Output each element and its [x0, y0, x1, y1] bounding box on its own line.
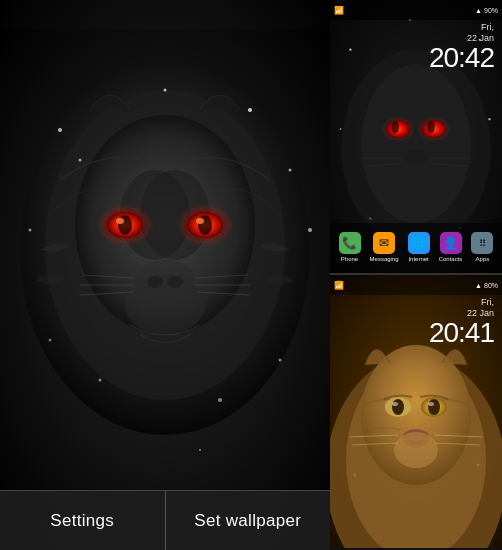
dock-contacts[interactable]: 👤 Contacts — [439, 232, 463, 262]
svg-point-32 — [164, 89, 167, 92]
svg-point-44 — [418, 117, 450, 141]
app-container: Settings Set wallpaper — [0, 0, 502, 550]
svg-point-28 — [29, 229, 32, 232]
dock-apps-icon: ⠿ — [471, 232, 493, 254]
status-bar-top: 📶 ▲ 90% — [330, 0, 502, 20]
settings-button[interactable]: Settings — [0, 491, 166, 550]
dock-contacts-icon: 👤 — [440, 232, 462, 254]
svg-point-52 — [340, 128, 342, 130]
set-wallpaper-button[interactable]: Set wallpaper — [166, 491, 331, 550]
clock-time-bottom: 20:41 — [429, 319, 494, 347]
svg-point-23 — [196, 218, 204, 224]
svg-point-68 — [394, 432, 438, 468]
svg-point-22 — [116, 218, 124, 224]
dock-phone-icon: 📞 — [339, 232, 361, 254]
svg-point-31 — [218, 398, 222, 402]
svg-point-34 — [49, 339, 52, 342]
clock-bottom: Fri, 22 Jan 20:41 — [429, 297, 494, 347]
svg-point-24 — [58, 128, 62, 132]
svg-point-43 — [382, 117, 414, 141]
wifi-icon: ▲ — [475, 7, 482, 14]
svg-point-74 — [477, 464, 480, 467]
status-icons-bottom-right: ▲ 80% — [475, 282, 498, 289]
svg-point-65 — [428, 399, 440, 415]
svg-point-35 — [279, 359, 282, 362]
battery-text-top: 90% — [484, 7, 498, 14]
svg-point-66 — [392, 402, 398, 406]
svg-point-33 — [199, 449, 201, 451]
status-bar-bottom: 📶 ▲ 80% — [330, 275, 502, 295]
svg-point-45 — [404, 149, 428, 165]
dock-msg[interactable]: ✉ Messaging — [370, 232, 399, 262]
svg-point-38 — [361, 65, 470, 224]
preview-top-panel: 📶 ▲ 90% Fri, 22 Jan 20:42 📞 Phon — [330, 0, 502, 275]
svg-point-9 — [125, 275, 205, 335]
svg-point-64 — [392, 399, 404, 415]
svg-point-21 — [198, 215, 212, 235]
main-wallpaper: Settings Set wallpaper — [0, 0, 330, 550]
svg-point-26 — [248, 108, 252, 112]
main-preview-panel: Settings Set wallpaper — [0, 0, 330, 550]
right-previews-panel: 📶 ▲ 90% Fri, 22 Jan 20:42 📞 Phon — [330, 0, 502, 550]
svg-point-29 — [308, 228, 312, 232]
dock-msg-label: Messaging — [370, 256, 399, 262]
clock-date-top: Fri, 22 Jan — [429, 22, 494, 44]
dock-phone[interactable]: 📞 Phone — [339, 232, 361, 262]
dock-msg-icon: ✉ — [373, 232, 395, 254]
clock-date-bottom: Fri, 22 Jan — [429, 297, 494, 319]
lion-artwork — [0, 0, 330, 550]
dock-web[interactable]: 🌐 Internet — [408, 232, 430, 262]
wifi-icon-bottom: ▲ — [475, 282, 482, 289]
dock-apps[interactable]: ⠿ Apps — [471, 232, 493, 262]
svg-point-27 — [289, 169, 292, 172]
svg-point-50 — [349, 48, 351, 50]
status-icons-bottom-left: 📶 — [334, 281, 344, 290]
signal-icon-bottom: 📶 — [334, 281, 344, 290]
svg-point-53 — [488, 118, 490, 120]
battery-text-bottom: 80% — [484, 282, 498, 289]
dock-contacts-label: Contacts — [439, 256, 463, 262]
clock-time-top: 20:42 — [429, 44, 494, 72]
signal-icon: 📶 — [334, 6, 344, 15]
status-right-top: ▲ 90% — [475, 7, 498, 14]
clock-top: Fri, 22 Jan 20:42 — [429, 22, 494, 72]
svg-point-20 — [118, 215, 132, 235]
svg-point-55 — [369, 217, 371, 219]
dock-phone-label: Phone — [341, 256, 358, 262]
svg-point-73 — [354, 474, 357, 477]
phone-dock-top: 📞 Phone ✉ Messaging 🌐 Internet 👤 Contact… — [330, 223, 502, 273]
svg-point-30 — [99, 379, 102, 382]
preview-bottom-panel: 📶 ▲ 80% Fri, 22 Jan 20:41 — [330, 275, 502, 548]
dock-apps-label: Apps — [476, 256, 490, 262]
dock-web-icon: 🌐 — [408, 232, 430, 254]
svg-point-25 — [79, 159, 82, 162]
status-icons-top: 📶 — [334, 6, 344, 15]
dock-web-label: Internet — [408, 256, 428, 262]
svg-point-67 — [428, 402, 434, 406]
action-bar: Settings Set wallpaper — [0, 490, 330, 550]
